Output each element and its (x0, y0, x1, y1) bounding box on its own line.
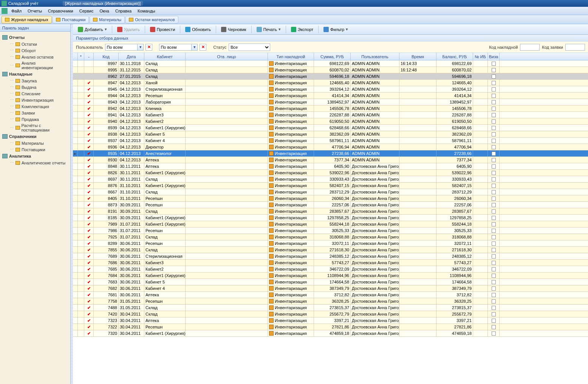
tree-item-Продажа[interactable]: ⋯Продажа (2, 116, 69, 122)
menu-Файл[interactable]: Файл (8, 8, 25, 14)
tree-item-Анализ остатков[interactable]: ⋯Анализ остатков (2, 54, 69, 60)
col-№ ИБ[interactable]: № ИБ (473, 53, 488, 60)
visa-checkbox[interactable] (492, 177, 496, 181)
table-row[interactable]: ✔884830.11.2011АптекаИнвентаризация6405,… (73, 163, 588, 170)
table-row[interactable]: ✔887631.10.2011Кабинет1 (Хирургия)Инвент… (73, 183, 588, 189)
col-Баланс, РУБ[interactable]: Баланс, РУБ (436, 53, 473, 60)
visa-checkbox[interactable] (492, 81, 496, 85)
visa-checkbox[interactable] (492, 242, 496, 246)
table-row[interactable]: ✔768130.06.2011АптекаИнвентаризация3712,… (73, 292, 588, 298)
menu-Отчеты[interactable]: Отчеты (25, 8, 45, 14)
visa-checkbox[interactable] (492, 209, 496, 214)
tree-item-Инвентаризация[interactable]: ⋯Инвентаризация (2, 97, 69, 103)
status-select[interactable]: Все (229, 43, 270, 51)
visa-checkbox[interactable] (492, 74, 496, 79)
tree-item-Выдача[interactable]: ⋯Выдача (2, 84, 69, 90)
group-Отчеты[interactable]: Отчеты (2, 34, 69, 41)
visa-checkbox[interactable] (492, 197, 496, 201)
table-row[interactable]: ✔894504.12.2013СтерилизационнаяИнвентари… (73, 86, 588, 93)
table-row[interactable]: 899531.12.2015СкладИнвентаризация600870,… (73, 67, 588, 73)
tree-item-Комплектация[interactable]: ⋯Комплектация (2, 103, 69, 110)
visa-checkbox[interactable] (492, 299, 496, 303)
visa-checkbox[interactable] (492, 132, 496, 136)
visa-checkbox[interactable] (492, 139, 496, 143)
code-input[interactable] (520, 44, 540, 51)
col-Пользователь[interactable]: Пользователь (351, 53, 399, 60)
table-row[interactable]: ▸✔893504.12.2013АнестезиологИнвентаризац… (73, 150, 588, 157)
table-row[interactable]: ✔768630.06.2011Кабинет3Инвентаризация577… (73, 260, 588, 266)
visa-checkbox[interactable] (492, 158, 496, 162)
table-row[interactable]: ✔798931.07.2011Кабинет1 (Хирургия)Инвент… (73, 221, 588, 228)
table-row[interactable]: ✔894304.12.2013ЛабораторияИнвентаризация… (73, 99, 588, 105)
table-row[interactable]: ✔882630.11.2011Кабинет1 (Хирургия)Инвент… (73, 170, 588, 176)
visa-checkbox[interactable] (492, 267, 496, 271)
tab-Материалы[interactable]: Материалы (90, 16, 125, 23)
table-row[interactable]: ✔887330.09.2011РесепшнИнвентаризация2225… (73, 202, 588, 208)
tree-item-Аналитические отчеты[interactable]: ⋯Аналитические отчеты (2, 159, 69, 166)
visa-checkbox[interactable] (492, 171, 496, 175)
visa-checkbox[interactable] (492, 248, 496, 252)
tree-item-Остатки[interactable]: ⋯Остатки (2, 41, 69, 47)
table-row[interactable]: ✔819130.09.2011СкладИнвентаризация283857… (73, 208, 588, 215)
col-Время[interactable]: Время (399, 53, 436, 60)
user-clear[interactable]: ✕ (145, 44, 152, 51)
cab-clear[interactable]: ✕ (200, 44, 206, 51)
group-Аналитика[interactable]: Аналитика (2, 153, 69, 159)
table-row[interactable]: 899730.11.2018СкладИнвентаризация698122,… (73, 60, 588, 67)
tab-Остатки материалов[interactable]: Остатки материалов (125, 16, 178, 23)
table-row[interactable]: 896227.01.2015СкладИнвентаризация594696,… (73, 73, 588, 80)
tree-item-Списание[interactable]: ⋯Списание (2, 90, 69, 97)
menu-Сервис[interactable]: Сервис (76, 8, 97, 14)
visa-checkbox[interactable] (492, 190, 496, 194)
table-row[interactable]: ✔768230.06.2011Кабинет 4Инвентаризация38… (73, 285, 588, 292)
table-row[interactable]: ✔894404.12.2013РесепшнИнвентаризация4141… (73, 93, 588, 99)
table-row[interactable]: ✔768430.06.2011Кабинет1 (Хирургия)Инвент… (73, 273, 588, 279)
col-idx0[interactable] (73, 53, 78, 60)
table-row[interactable]: ✔894004.12.2013Кабинет2Инвентаризация619… (73, 118, 588, 125)
btn-Экспорт[interactable]: Экспорт (288, 26, 316, 33)
btn-Добавить[interactable]: Добавить▾ (75, 26, 110, 33)
col-Виза[interactable]: Виза (488, 53, 500, 60)
menu-Справочники[interactable]: Справочники (45, 8, 76, 14)
table-row[interactable]: ✔893004.12.2013АптекаИнвентаризация7377,… (73, 157, 588, 163)
table-row[interactable]: ✔893804.12.2013Кабинет 5Инвентаризация38… (73, 131, 588, 138)
visa-checkbox[interactable] (492, 235, 496, 239)
group-Справочники[interactable]: Справочники (2, 133, 69, 140)
visa-checkbox[interactable] (492, 126, 496, 130)
visa-checkbox[interactable] (492, 325, 496, 329)
table-row[interactable]: ✔893604.12.2013ДиректорИнвентаризация477… (73, 144, 588, 150)
col-Кабинет[interactable]: Кабинет (144, 53, 186, 60)
btn-Фильтр[interactable]: Фильтр▾ (321, 26, 351, 33)
user-dd[interactable]: ▾ (138, 44, 144, 51)
visa-checkbox[interactable] (492, 280, 496, 284)
visa-checkbox[interactable] (492, 222, 496, 226)
btn-Провести[interactable]: Провести (147, 26, 178, 33)
table-row[interactable]: ✔732030.04.2011Кабинет1 (Хирургия)Инвент… (73, 330, 588, 337)
menu-Команды[interactable]: Команды (135, 8, 158, 14)
tab-Поставщики[interactable]: Поставщики (53, 16, 89, 23)
group-Накладные[interactable]: Накладные (2, 71, 69, 77)
visa-checkbox[interactable] (492, 331, 496, 336)
cab-combo[interactable] (159, 44, 192, 51)
visa-checkbox[interactable] (492, 152, 496, 156)
table-row[interactable]: ✔818530.09.2011Кабинет1 (Хирургия)Инвент… (73, 215, 588, 221)
visa-checkbox[interactable] (492, 119, 496, 124)
visa-checkbox[interactable] (492, 100, 496, 104)
table-row[interactable]: ✔894104.12.2013Кабинет3Инвентаризация226… (73, 112, 588, 118)
col-Тип накладной[interactable]: Тип накладной (268, 53, 314, 60)
visa-checkbox[interactable] (492, 216, 496, 220)
table-row[interactable]: ✔768530.06.2011Кабинет2Инвентаризация346… (73, 266, 588, 273)
user-combo[interactable] (105, 44, 138, 51)
tree-item-Оборот[interactable]: ⋯Оборот (2, 47, 69, 54)
tab-Журнал накладных[interactable]: Журнал накладных (2, 16, 52, 23)
table-row[interactable]: ✔840531.10.2011РесепшнИнвентаризация2606… (73, 195, 588, 202)
visa-checkbox[interactable] (492, 306, 496, 310)
table-row[interactable]: ✔866731.10.2011СкладИнвентаризация283712… (73, 189, 588, 195)
table-row[interactable]: ✔828930.06.2011РесепшнИнвентаризация3207… (73, 240, 588, 247)
table-row[interactable]: ✔869730.11.2011СкладИнвентаризация330933… (73, 176, 588, 183)
visa-checkbox[interactable] (492, 145, 496, 149)
col-Отв. лицо[interactable]: Отв. лицо (186, 53, 268, 60)
visa-checkbox[interactable] (492, 164, 496, 169)
table-row[interactable]: ✔732230.04.2011РесепшнИнвентаризация2782… (73, 324, 588, 330)
visa-checkbox[interactable] (492, 319, 496, 323)
